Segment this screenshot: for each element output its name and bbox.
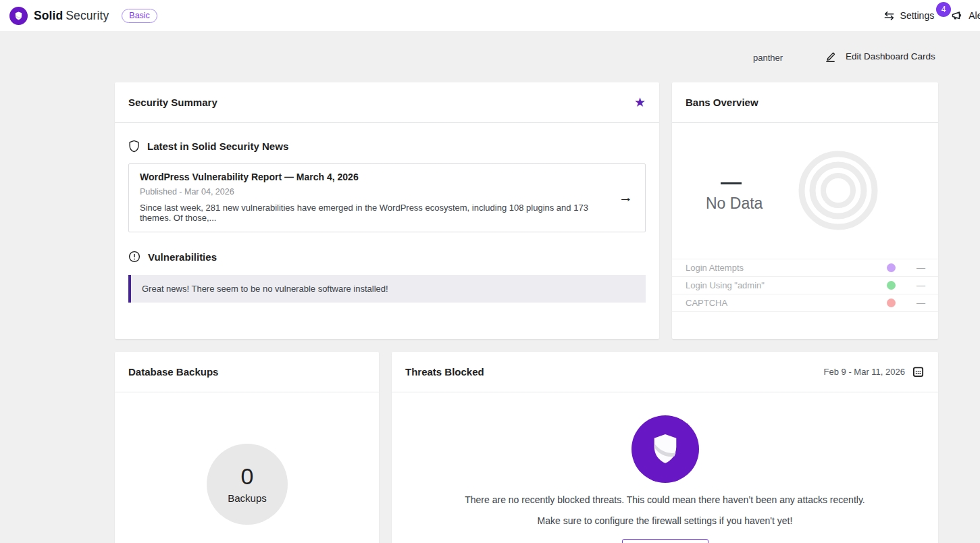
threats-blocked-header: Threats Blocked Feb 9 - Mar 11, 2026	[392, 352, 938, 392]
vulnerabilities-section-heading: Vulnerabilities	[128, 251, 646, 263]
database-backups-body: 0 Backups	[115, 392, 379, 543]
bans-legend: Login Attempts — Login Using "admin" — C…	[672, 259, 938, 312]
bans-overview-card: Bans Overview No Data Login Attempts —	[672, 82, 938, 339]
bans-overview-header: Bans Overview	[672, 82, 938, 123]
megaphone-icon	[950, 9, 964, 22]
configure-firewall-button[interactable]	[622, 539, 708, 543]
legend-row-login-attempts: Login Attempts —	[672, 259, 938, 276]
legend-value: —	[914, 298, 925, 308]
bans-overview-title: Bans Overview	[686, 97, 758, 108]
legend-dot-purple	[887, 263, 896, 272]
date-range-picker[interactable]: Feb 9 - Mar 11, 2026	[824, 365, 925, 378]
pencil-icon	[824, 50, 837, 63]
alerts-label: Alerts	[969, 10, 980, 21]
news-section-title: Latest in Solid Security News	[147, 140, 288, 152]
settings-button[interactable]: Settings	[883, 9, 935, 22]
threats-blocked-card: Threats Blocked Feb 9 - Mar 11, 2026	[392, 352, 938, 543]
threats-message-primary: There are no recently blocked threats. T…	[465, 494, 865, 505]
brand: Solid Security Basic	[9, 0, 157, 31]
threats-blocked-body: There are no recently blocked threats. T…	[392, 392, 938, 543]
topbar: Solid Security Basic Settings 4	[0, 0, 980, 31]
no-data-label: No Data	[706, 195, 763, 213]
legend-dot-red	[887, 299, 896, 307]
shield-badge-icon	[631, 415, 699, 483]
backups-count-circle: 0 Backups	[207, 444, 288, 525]
date-range-label: Feb 9 - Mar 11, 2026	[824, 367, 905, 377]
shield-outline-icon	[128, 140, 140, 153]
brand-name: Solid Security	[34, 9, 109, 23]
security-summary-card: Security Summary ★ Latest in Solid Secur…	[115, 82, 659, 339]
bans-overview-body: No Data Login Attempts — Login Using "ad…	[672, 123, 938, 338]
legend-dot-green	[887, 281, 896, 290]
legend-row-captcha: CAPTCHA —	[672, 294, 938, 311]
security-summary-body: Latest in Solid Security News WordPress …	[115, 123, 659, 303]
backups-count: 0	[241, 465, 254, 488]
solid-security-logo-icon	[9, 7, 28, 25]
settings-label: Settings	[900, 10, 935, 21]
edit-dashboard-cards-label: Edit Dashboard Cards	[846, 51, 935, 61]
notification-count-badge: 4	[936, 2, 951, 17]
backups-unit-label: Backups	[228, 492, 267, 504]
alerts-button[interactable]: Alerts	[950, 9, 980, 22]
vulnerabilities-notice: Great news! There seem to be no vulnerab…	[128, 275, 646, 303]
legend-label: Login Using "admin"	[686, 280, 887, 290]
brand-name-bold: Solid	[34, 9, 63, 23]
security-summary-title: Security Summary	[128, 97, 217, 108]
solid-security-dashboard: Solid Security Basic Settings 4	[0, 0, 980, 543]
legend-label: Login Attempts	[686, 263, 887, 273]
database-backups-card: Database Backups 0 Backups	[115, 352, 379, 543]
no-data-dash	[721, 182, 742, 184]
sliders-icon	[883, 9, 896, 22]
database-backups-title: Database Backups	[128, 366, 218, 378]
legend-value: —	[914, 263, 925, 273]
alert-circle-icon	[128, 251, 140, 263]
calendar-icon	[912, 365, 925, 378]
threats-blocked-title: Threats Blocked	[405, 366, 484, 378]
security-summary-header: Security Summary ★	[115, 82, 659, 123]
news-section-heading: Latest in Solid Security News	[128, 140, 646, 153]
site-name: panther	[753, 53, 783, 63]
edit-dashboard-cards-button[interactable]: Edit Dashboard Cards	[824, 50, 935, 63]
legend-row-login-admin: Login Using "admin" —	[672, 276, 938, 294]
favorite-star-icon[interactable]: ★	[634, 96, 646, 109]
legend-value: —	[914, 280, 925, 290]
threats-message-secondary: Make sure to configure the firewall sett…	[538, 515, 793, 526]
news-item-published: Published - Mar 04, 2026	[140, 187, 607, 197]
topbar-actions: Settings 4 Alerts	[883, 0, 980, 31]
plan-badge: Basic	[122, 9, 157, 23]
news-item-excerpt: Since last week, 281 new vulnerabilities…	[140, 203, 607, 223]
legend-label: CAPTCHA	[686, 298, 887, 308]
news-item[interactable]: WordPress Vulnerability Report — March 4…	[128, 163, 646, 232]
database-backups-header: Database Backups	[115, 352, 379, 392]
arrow-right-icon[interactable]: →	[619, 189, 633, 205]
empty-donut-chart	[798, 150, 879, 231]
brand-name-light: Security	[66, 9, 109, 23]
vulnerabilities-section-title: Vulnerabilities	[148, 251, 217, 263]
news-item-title: WordPress Vulnerability Report — March 4…	[140, 172, 607, 182]
